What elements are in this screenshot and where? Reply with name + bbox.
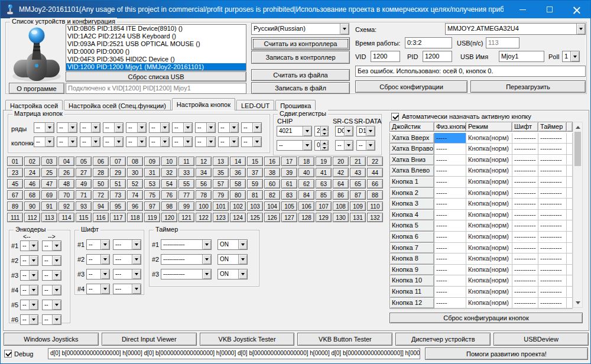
- shift-b-select[interactable]: ---: [113, 239, 141, 250]
- spin-down-icon[interactable]: [320, 131, 328, 136]
- row-header[interactable]: Кнопка 5: [389, 220, 434, 232]
- matrix-button-45[interactable]: 45: [7, 179, 23, 188]
- matrix-button-86[interactable]: 86: [333, 190, 349, 200]
- matrix-button-14[interactable]: 14: [230, 157, 246, 166]
- device-list[interactable]: VID:0B05 PID:1854 ITE Device(8910) ()VID…: [66, 24, 246, 71]
- row-header[interactable]: Кнопка 3: [389, 199, 434, 210]
- row-header[interactable]: Хатка Вправо: [389, 144, 434, 155]
- table-cell-phys[interactable]: -----: [434, 188, 466, 199]
- bottom-button-3[interactable]: VKB Joystick Tester: [200, 333, 295, 346]
- reboot-button[interactable]: Перезагрузить: [470, 80, 586, 93]
- matrix-button-35[interactable]: 35: [213, 168, 229, 177]
- matrix-row-select[interactable]: --: [57, 122, 77, 133]
- device-list-item[interactable]: VID:0B05 PID:1854 ITE Device(8910) (): [66, 25, 246, 32]
- count-spinner[interactable]: 2: [314, 126, 329, 136]
- matrix-button-43[interactable]: 43: [350, 168, 366, 177]
- matrix-button-57[interactable]: 57: [213, 179, 229, 188]
- matrix-button-02[interactable]: 02: [24, 157, 40, 166]
- matrix-button-49[interactable]: 49: [76, 179, 92, 188]
- row-header[interactable]: Кнопка 10: [389, 275, 434, 287]
- matrix-button-29[interactable]: 29: [110, 168, 126, 177]
- matrix-row-select[interactable]: --: [241, 122, 262, 133]
- matrix-button-80[interactable]: 80: [230, 190, 246, 200]
- matrix-button-62[interactable]: 62: [298, 179, 314, 188]
- debug-checkbox[interactable]: [4, 350, 12, 358]
- row-header[interactable]: Кнопка 7: [389, 243, 434, 254]
- matrix-button-118[interactable]: 118: [127, 213, 143, 222]
- timer-value-select[interactable]: -----------: [161, 254, 212, 265]
- table-cell-mode[interactable]: Кнопка(норм): [466, 155, 512, 166]
- table-cell-mode[interactable]: Кнопка(норм): [466, 133, 512, 144]
- matrix-col-select[interactable]: --: [241, 136, 262, 147]
- matrix-button-58[interactable]: 58: [230, 179, 246, 188]
- matrix-button-34[interactable]: 34: [196, 168, 212, 177]
- table-cell-phys[interactable]: -----: [434, 144, 466, 155]
- matrix-button-26[interactable]: 26: [59, 168, 74, 177]
- row-header[interactable]: Кнопка 4: [389, 210, 434, 221]
- table-cell-shift[interactable]: ----------: [512, 155, 538, 166]
- encoder-left-select[interactable]: --: [20, 240, 38, 251]
- tab-2[interactable]: Настройка осей (Спец.функции): [64, 100, 171, 110]
- table-cell-mode[interactable]: Кнопка(норм): [466, 144, 512, 155]
- table-cell-timer[interactable]: ----------: [538, 232, 567, 243]
- matrix-button-01[interactable]: 01: [7, 157, 23, 166]
- matrix-button-64[interactable]: 64: [333, 179, 349, 188]
- encoder-right-select[interactable]: --: [42, 285, 61, 295]
- table-cell-phys[interactable]: -----: [434, 133, 466, 144]
- column-header[interactable]: Таймер: [538, 122, 567, 132]
- matrix-button-97[interactable]: 97: [144, 202, 160, 211]
- matrix-button-95[interactable]: 95: [110, 202, 126, 211]
- matrix-button-132[interactable]: 132: [367, 213, 383, 222]
- matrix-button-116[interactable]: 116: [93, 213, 109, 222]
- matrix-button-106[interactable]: 106: [298, 202, 314, 211]
- table-cell-phys[interactable]: -----: [434, 165, 466, 177]
- table-cell-timer[interactable]: ----------: [538, 287, 567, 298]
- matrix-button-30[interactable]: 30: [127, 168, 143, 177]
- table-cell-timer[interactable]: ----------: [538, 275, 567, 287]
- matrix-button-98[interactable]: 98: [161, 202, 177, 211]
- write-to-controller-button[interactable]: Записать в контроллер: [251, 51, 350, 64]
- matrix-button-114[interactable]: 114: [59, 213, 74, 222]
- matrix-button-85[interactable]: 85: [316, 190, 332, 200]
- table-cell-shift[interactable]: ----------: [512, 298, 538, 309]
- table-cell-shift[interactable]: ----------: [512, 265, 538, 276]
- table-cell-shift[interactable]: ----------: [512, 287, 538, 298]
- table-cell-timer[interactable]: ----------: [538, 165, 567, 177]
- device-list-item[interactable]: VID:1200 PID:1200 Mjoy1 (MMJoy2-20161101…: [66, 63, 246, 71]
- matrix-button-100[interactable]: 100: [196, 202, 212, 211]
- matrix-button-39[interactable]: 39: [281, 168, 297, 177]
- table-cell-mode[interactable]: Кнопка(норм): [466, 177, 512, 188]
- matrix-button-121[interactable]: 121: [178, 213, 194, 222]
- matrix-button-109[interactable]: 109: [350, 202, 366, 211]
- matrix-col-select[interactable]: --: [218, 136, 239, 147]
- table-cell-timer[interactable]: ----------: [538, 177, 567, 188]
- matrix-col-select[interactable]: --: [57, 136, 77, 147]
- encoder-left-select[interactable]: --: [20, 300, 38, 310]
- encoder-right-select[interactable]: --: [42, 300, 61, 310]
- table-cell-timer[interactable]: ----------: [538, 144, 567, 155]
- matrix-button-83[interactable]: 83: [281, 190, 297, 200]
- timer-value-select[interactable]: -----------: [161, 239, 212, 250]
- table-cell-mode[interactable]: Кнопка(норм): [466, 287, 512, 298]
- timer-value-select[interactable]: -----------: [161, 269, 212, 280]
- matrix-button-25[interactable]: 25: [41, 168, 57, 177]
- sr-cs-select[interactable]: D0: [335, 126, 353, 136]
- matrix-button-42[interactable]: 42: [333, 168, 349, 177]
- table-cell-mode[interactable]: Кнопка(норм): [466, 199, 512, 210]
- row-header[interactable]: Кнопка 9: [389, 265, 434, 276]
- matrix-button-94[interactable]: 94: [93, 202, 109, 211]
- matrix-button-127[interactable]: 127: [281, 213, 297, 222]
- donate-button[interactable]: Помоги развитию проекта!: [425, 347, 588, 360]
- matrix-button-60[interactable]: 60: [264, 179, 280, 188]
- matrix-button-77[interactable]: 77: [178, 190, 194, 200]
- matrix-button-27[interactable]: 27: [76, 168, 92, 177]
- matrix-button-18[interactable]: 18: [298, 157, 314, 166]
- matrix-button-65[interactable]: 65: [350, 179, 366, 188]
- matrix-button-47[interactable]: 47: [41, 179, 57, 188]
- scroll-up-icon[interactable]: [573, 122, 582, 132]
- matrix-button-16[interactable]: 16: [264, 157, 280, 166]
- matrix-button-61[interactable]: 61: [281, 179, 297, 188]
- minimize-button[interactable]: [509, 1, 536, 18]
- device-list-item[interactable]: VID:1A2C PID:2124 USB Keyboard (): [66, 32, 246, 40]
- matrix-button-120[interactable]: 120: [161, 213, 177, 222]
